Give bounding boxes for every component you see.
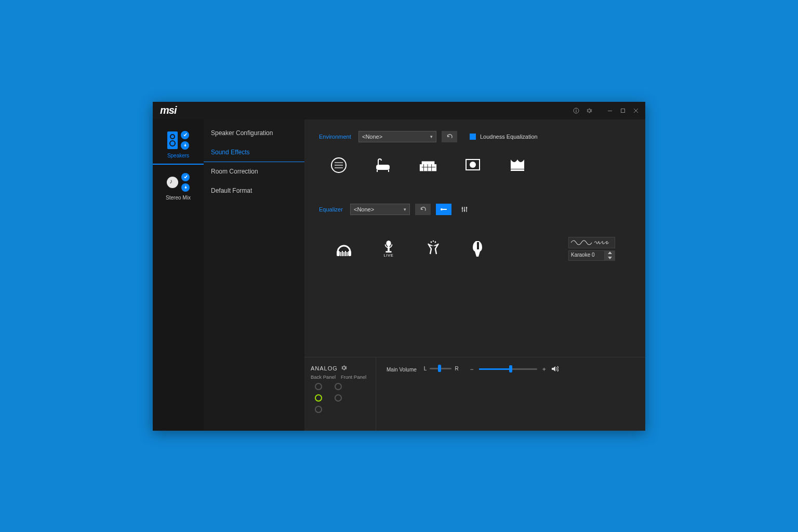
jack-port[interactable] xyxy=(335,383,342,390)
jack-port[interactable] xyxy=(315,383,322,390)
subnav-sound-effects[interactable]: Sound Effects xyxy=(204,143,304,162)
live-text-icon: LIVE xyxy=(383,254,393,257)
preset-arena[interactable] xyxy=(463,157,482,174)
balance-control: L R xyxy=(424,366,459,371)
volume-section: Main Volume L R − + xyxy=(376,357,645,431)
svg-point-40 xyxy=(431,241,432,243)
preset-stadium[interactable] xyxy=(419,157,437,174)
subnav-speaker-config[interactable]: Speaker Configuration xyxy=(204,124,304,143)
svg-rect-3 xyxy=(608,111,612,111)
equalizer-controls: Equalizer <None> ▾ xyxy=(319,204,631,215)
analog-heading: ANALOG xyxy=(311,365,338,371)
front-panel-jacks xyxy=(335,383,342,413)
svg-rect-43 xyxy=(477,242,479,249)
jack-port-active[interactable] xyxy=(315,394,322,402)
footer-panel: ANALOG Back Panel Front Panel xyxy=(304,357,645,431)
volume-slider[interactable] xyxy=(479,368,537,370)
analog-section: ANALOG Back Panel Front Panel xyxy=(304,357,376,431)
svg-rect-38 xyxy=(388,246,390,251)
back-panel-label: Back Panel xyxy=(311,374,337,380)
chevron-down-icon: ▾ xyxy=(404,207,406,212)
device-label: Stereo Mix xyxy=(166,192,191,201)
karaoke-up-button[interactable] xyxy=(605,250,615,256)
preset-headphones[interactable] xyxy=(335,241,353,257)
balance-right-label: R xyxy=(455,366,458,371)
gear-icon[interactable] xyxy=(341,365,347,372)
svg-point-19 xyxy=(470,162,476,168)
svg-point-28 xyxy=(464,209,466,211)
disc-icon xyxy=(167,177,178,188)
environment-label: Environment xyxy=(319,134,353,140)
device-speakers[interactable]: Speakers xyxy=(153,129,204,165)
titlebar-controls xyxy=(570,105,642,116)
environment-presets xyxy=(319,154,631,194)
equalizer-toggle-button[interactable] xyxy=(436,204,451,215)
svg-rect-21 xyxy=(511,169,524,171)
svg-rect-1 xyxy=(576,110,576,112)
preset-padded-cell[interactable] xyxy=(329,157,348,174)
gear-icon[interactable] xyxy=(583,105,595,116)
info-icon[interactable] xyxy=(570,105,582,116)
svg-point-37 xyxy=(386,241,391,246)
sound-effects-panel: Environment <None> ▾ Loudness Equalizati… xyxy=(304,119,645,357)
volume-minus-button[interactable]: − xyxy=(470,366,474,373)
main-volume-label: Main Volume xyxy=(387,366,417,373)
svg-rect-30 xyxy=(337,251,340,256)
svg-rect-12 xyxy=(420,164,436,171)
close-button[interactable] xyxy=(630,105,642,116)
minimize-button[interactable] xyxy=(604,105,616,116)
titlebar: msi xyxy=(153,102,645,119)
preset-live[interactable]: LIVE xyxy=(379,241,398,257)
equalizer-value: <None> xyxy=(354,206,374,212)
svg-point-42 xyxy=(433,241,434,242)
svg-rect-4 xyxy=(621,109,625,112)
volume-control: − + xyxy=(470,366,558,373)
preset-theater[interactable] xyxy=(508,157,527,174)
balance-slider[interactable] xyxy=(430,368,451,369)
svg-point-41 xyxy=(435,241,436,243)
subnav-default-format[interactable]: Default Format xyxy=(204,181,304,201)
check-icon xyxy=(181,173,190,181)
volume-plus-button[interactable]: + xyxy=(542,366,546,373)
karaoke-value: Karaoke 0 xyxy=(568,250,605,261)
environment-select[interactable]: <None> ▾ xyxy=(358,131,436,142)
svg-rect-23 xyxy=(443,209,447,210)
arrow-down-icon[interactable] xyxy=(181,183,190,192)
equalizer-select[interactable]: <None> ▾ xyxy=(350,204,410,215)
check-icon xyxy=(181,131,189,139)
karaoke-section: Karaoke 0 xyxy=(568,237,615,261)
svg-rect-39 xyxy=(385,251,391,252)
equalizer-sliders-button[interactable] xyxy=(457,204,472,215)
wave-preview-icon xyxy=(568,237,615,248)
device-stereo-mix[interactable]: Stereo Mix xyxy=(153,171,204,206)
svg-point-27 xyxy=(462,207,463,209)
maximize-button[interactable] xyxy=(617,105,629,116)
subnav-room-correction[interactable]: Room Correction xyxy=(204,162,304,181)
device-label: Speakers xyxy=(167,150,189,158)
balance-left-label: L xyxy=(424,366,427,371)
brand-logo: msi xyxy=(160,104,176,116)
jack-port[interactable] xyxy=(315,406,322,413)
msi-audio-window: msi xyxy=(153,102,645,431)
environment-controls: Environment <None> ▾ Loudness Equalizati… xyxy=(319,131,631,142)
equalizer-label: Equalizer xyxy=(319,206,345,212)
device-sidebar: Speakers Stereo Mix xyxy=(153,119,204,431)
subnav: Speaker Configuration Sound Effects Room… xyxy=(204,119,304,431)
chevron-down-icon: ▾ xyxy=(430,134,433,139)
arrow-down-icon[interactable] xyxy=(181,141,189,150)
preset-party[interactable] xyxy=(424,241,443,257)
karaoke-down-button[interactable] xyxy=(605,256,615,261)
environment-reset-button[interactable] xyxy=(442,131,457,142)
equalizer-reset-button[interactable] xyxy=(415,204,431,215)
front-panel-label: Front Panel xyxy=(341,374,366,380)
loudness-label: Loudness Equalization xyxy=(480,134,538,140)
preset-bathroom[interactable] xyxy=(374,157,393,174)
preset-rock[interactable] xyxy=(469,241,487,257)
svg-rect-2 xyxy=(576,109,576,109)
window-body: Speakers Stereo Mix Speaker Configuratio… xyxy=(153,119,645,431)
main-panel: Environment <None> ▾ Loudness Equalizati… xyxy=(304,119,645,431)
jack-port[interactable] xyxy=(335,394,342,402)
speaker-volume-icon[interactable] xyxy=(551,366,558,373)
svg-rect-9 xyxy=(376,165,390,170)
loudness-equalization-checkbox[interactable]: Loudness Equalization xyxy=(470,134,538,140)
